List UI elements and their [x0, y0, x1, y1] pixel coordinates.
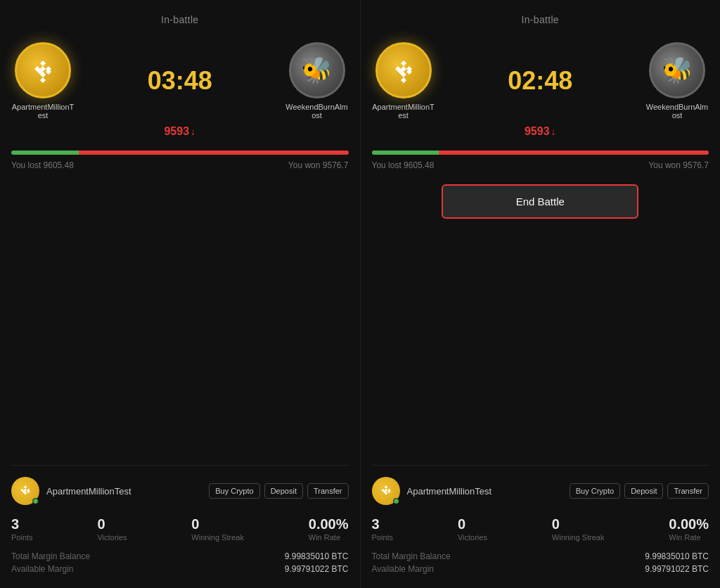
user-binance-icon: [379, 484, 393, 498]
battle-bar: [11, 151, 349, 155]
stat-item-3: 0.00% Win Rate: [669, 516, 709, 542]
bar-left: [11, 151, 79, 155]
balance-value-0: 9.99835010 BTC: [285, 551, 349, 561]
avatar-left: [375, 42, 432, 98]
result-left: You lost 9605.48: [372, 160, 435, 170]
player-left-name: ApartmentMillionTest: [372, 103, 435, 120]
bar-right: [439, 151, 709, 155]
user-name: ApartmentMillionTest: [407, 486, 562, 497]
battle-bar: [372, 151, 709, 155]
battle-bar-track: [11, 151, 349, 155]
stat-item-1: 0 Victories: [97, 516, 127, 542]
user-binance-icon: [18, 484, 32, 498]
balance-row-1: Available Margin 9.99791022 BTC: [11, 564, 349, 574]
svg-marker-23: [384, 485, 387, 488]
bee-emoji-icon: 🐝: [662, 56, 693, 85]
binance-logo-icon: [30, 58, 56, 83]
user-header: ApartmentMillionTest Buy CryptoDepositTr…: [11, 477, 349, 505]
stat-label-3: Win Rate: [309, 533, 340, 542]
balance-label-1: Available Margin: [11, 564, 74, 574]
battle-timer: 02:48: [505, 66, 575, 96]
stat-item-2: 0 Winning Streak: [191, 516, 244, 542]
balance-label-0: Total Margin Balance: [11, 551, 90, 561]
stat-item-2: 0 Winning Streak: [552, 516, 605, 542]
svg-marker-28: [387, 490, 390, 493]
user-name: ApartmentMillionTest: [46, 486, 202, 497]
user-section: ApartmentMillionTest Buy CryptoDepositTr…: [372, 465, 709, 577]
bee-emoji-icon: 🐝: [301, 56, 333, 85]
svg-marker-8: [24, 485, 27, 488]
svg-marker-22: [401, 77, 406, 83]
balance-value-0: 9.99835010 BTC: [645, 551, 709, 561]
binance-logo-icon: [391, 58, 416, 83]
action-button-deposit[interactable]: Deposit: [264, 483, 303, 499]
action-buttons: Buy CryptoDepositTransfer: [570, 483, 709, 499]
stat-item-0: 3 Points: [11, 516, 33, 542]
bar-right: [79, 151, 349, 155]
svg-marker-0: [40, 60, 46, 66]
stat-value-2: 0: [552, 516, 560, 532]
balance-value-1: 9.99791022 BTC: [645, 564, 709, 574]
avatar-left: [15, 42, 71, 98]
stat-value-2: 0: [191, 516, 199, 532]
battle-area: ApartmentMillionTest 02:48 🐝 WeekendBurn…: [372, 42, 709, 120]
action-button-deposit[interactable]: Deposit: [624, 483, 663, 499]
balance-row-0: Total Margin Balance 9.99835010 BTC: [372, 551, 709, 561]
player-right-name: WeekendBurnAlmost: [645, 103, 709, 120]
player-left: ApartmentMillionTest: [372, 42, 435, 120]
online-indicator: [32, 498, 39, 504]
balance-row-1: Available Margin 9.99791022 BTC: [372, 564, 709, 574]
stat-label-3: Win Rate: [669, 533, 700, 542]
avatar-right: 🐝: [289, 42, 345, 98]
action-button-transfer[interactable]: Transfer: [307, 483, 349, 499]
battle-score: 9593 ↓: [11, 125, 349, 138]
user-section: ApartmentMillionTest Buy CryptoDepositTr…: [11, 465, 349, 577]
balance-row-0: Total Margin Balance 9.99835010 BTC: [11, 551, 349, 561]
battle-results: You lost 9605.48 You won 9576.7: [372, 160, 709, 170]
score-value: 9593: [164, 125, 189, 138]
stat-item-1: 0 Victories: [458, 516, 487, 542]
end-battle-wrapper: End Battle: [372, 184, 709, 219]
stat-value-1: 0: [97, 516, 105, 532]
stat-label-2: Winning Streak: [191, 533, 244, 542]
action-button-transfer[interactable]: Transfer: [667, 483, 709, 499]
bar-left: [372, 151, 439, 155]
stat-item-0: 3 Points: [372, 516, 394, 542]
stat-label-0: Points: [372, 533, 394, 542]
battle-score: 9593 ↓: [372, 125, 709, 138]
stat-value-0: 3: [11, 516, 19, 532]
player-left-name: ApartmentMillionTest: [11, 103, 75, 120]
battle-timer: 03:48: [145, 66, 215, 96]
stats-row: 3 Points 0 Victories 0 Winning Streak 0.…: [372, 516, 709, 542]
action-button-buy-crypto[interactable]: Buy Crypto: [209, 483, 259, 499]
score-value: 9593: [525, 125, 550, 138]
result-left: You lost 9605.48: [11, 160, 74, 170]
action-buttons: Buy CryptoDepositTransfer: [209, 483, 348, 499]
user-avatar: [372, 477, 400, 505]
balance-value-1: 9.99791022 BTC: [285, 564, 349, 574]
stat-value-0: 3: [372, 516, 380, 532]
battle-results: You lost 9605.48 You won 9576.7: [11, 160, 349, 170]
action-button-buy-crypto[interactable]: Buy Crypto: [570, 483, 620, 499]
screen-left: In-battle: [0, 0, 361, 588]
stat-label-2: Winning Streak: [552, 533, 605, 542]
stat-item-3: 0.00% Win Rate: [309, 516, 349, 542]
end-battle-placeholder: [11, 184, 349, 219]
stat-label-0: Points: [11, 533, 33, 542]
avatar-right: 🐝: [649, 42, 705, 98]
user-header: ApartmentMillionTest Buy CryptoDepositTr…: [372, 477, 709, 505]
player-left: ApartmentMillionTest: [11, 42, 75, 120]
svg-marker-15: [401, 60, 406, 66]
screen-right: In-battle: [361, 0, 721, 588]
online-indicator: [393, 498, 399, 504]
screen-title: In-battle: [372, 14, 709, 25]
result-right: You won 9576.7: [288, 160, 349, 170]
svg-marker-13: [27, 490, 30, 493]
balance-label-1: Available Margin: [372, 564, 435, 574]
player-right: 🐝 WeekendBurnAlmost: [285, 42, 349, 120]
stat-label-1: Victories: [458, 533, 487, 542]
user-avatar: [11, 477, 39, 505]
stat-value-3: 0.00%: [309, 516, 349, 532]
stats-row: 3 Points 0 Victories 0 Winning Streak 0.…: [11, 516, 349, 542]
end-battle-button[interactable]: End Battle: [442, 184, 638, 219]
